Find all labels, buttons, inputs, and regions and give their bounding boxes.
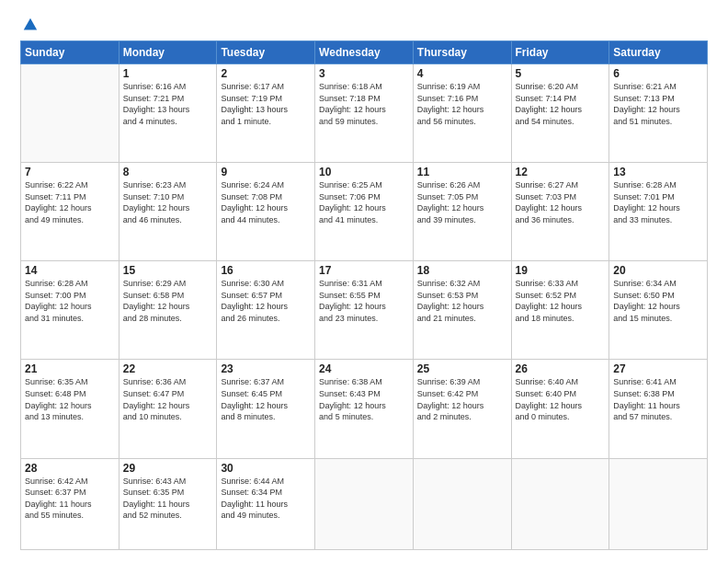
- day-info: Sunrise: 6:30 AM Sunset: 6:57 PM Dayligh…: [221, 278, 311, 324]
- day-number: 10: [319, 166, 409, 178]
- day-info: Sunrise: 6:28 AM Sunset: 7:01 PM Dayligh…: [613, 179, 703, 225]
- logo: [20, 17, 39, 33]
- day-cell: 21Sunrise: 6:35 AM Sunset: 6:48 PM Dayli…: [21, 360, 119, 458]
- svg-marker-0: [24, 18, 37, 30]
- day-info: Sunrise: 6:37 AM Sunset: 6:45 PM Dayligh…: [221, 376, 311, 422]
- day-number: 24: [319, 362, 409, 375]
- day-number: 29: [123, 462, 213, 475]
- day-cell: 7Sunrise: 6:22 AM Sunset: 7:11 PM Daylig…: [21, 163, 119, 261]
- day-number: 2: [221, 67, 311, 80]
- day-cell: 15Sunrise: 6:29 AM Sunset: 6:58 PM Dayli…: [119, 261, 217, 360]
- day-info: Sunrise: 6:36 AM Sunset: 6:47 PM Dayligh…: [123, 376, 213, 422]
- logo-icon: [22, 17, 39, 33]
- day-info: Sunrise: 6:16 AM Sunset: 7:21 PM Dayligh…: [123, 81, 213, 127]
- day-number: 12: [516, 166, 606, 178]
- day-cell: 12Sunrise: 6:27 AM Sunset: 7:03 PM Dayli…: [511, 163, 609, 261]
- day-cell: 24Sunrise: 6:38 AM Sunset: 6:43 PM Dayli…: [315, 360, 414, 458]
- day-number: 23: [221, 362, 311, 375]
- day-number: 18: [417, 264, 507, 277]
- weekday-header-thursday: Thursday: [413, 41, 511, 64]
- day-number: 6: [613, 67, 703, 80]
- day-cell: 10Sunrise: 6:25 AM Sunset: 7:06 PM Dayli…: [315, 163, 414, 261]
- day-number: 26: [516, 362, 606, 375]
- day-info: Sunrise: 6:33 AM Sunset: 6:52 PM Dayligh…: [516, 278, 606, 324]
- day-cell: 18Sunrise: 6:32 AM Sunset: 6:53 PM Dayli…: [413, 261, 511, 360]
- day-cell: 29Sunrise: 6:43 AM Sunset: 6:35 PM Dayli…: [119, 458, 217, 549]
- weekday-header-friday: Friday: [511, 41, 609, 64]
- day-info: Sunrise: 6:31 AM Sunset: 6:55 PM Dayligh…: [319, 278, 409, 324]
- week-row-3: 14Sunrise: 6:28 AM Sunset: 7:00 PM Dayli…: [21, 261, 708, 360]
- day-cell: [21, 64, 119, 163]
- day-number: 11: [417, 166, 507, 178]
- day-info: Sunrise: 6:24 AM Sunset: 7:08 PM Dayligh…: [221, 179, 311, 225]
- day-info: Sunrise: 6:19 AM Sunset: 7:16 PM Dayligh…: [417, 81, 507, 127]
- day-cell: 20Sunrise: 6:34 AM Sunset: 6:50 PM Dayli…: [609, 261, 708, 360]
- day-cell: 5Sunrise: 6:20 AM Sunset: 7:14 PM Daylig…: [511, 64, 609, 163]
- day-cell: 4Sunrise: 6:19 AM Sunset: 7:16 PM Daylig…: [413, 64, 511, 163]
- day-number: 7: [25, 166, 115, 178]
- day-number: 3: [319, 67, 409, 80]
- day-info: Sunrise: 6:26 AM Sunset: 7:05 PM Dayligh…: [417, 179, 507, 225]
- day-cell: 8Sunrise: 6:23 AM Sunset: 7:10 PM Daylig…: [119, 163, 217, 261]
- day-number: 25: [417, 362, 507, 375]
- day-cell: [413, 458, 511, 549]
- day-info: Sunrise: 6:42 AM Sunset: 6:37 PM Dayligh…: [25, 476, 115, 522]
- day-info: Sunrise: 6:18 AM Sunset: 7:18 PM Dayligh…: [319, 81, 409, 127]
- day-number: 5: [516, 67, 606, 80]
- day-number: 1: [123, 67, 213, 80]
- day-cell: 26Sunrise: 6:40 AM Sunset: 6:40 PM Dayli…: [511, 360, 609, 458]
- day-number: 27: [613, 362, 703, 375]
- day-number: 20: [613, 264, 703, 277]
- day-cell: 27Sunrise: 6:41 AM Sunset: 6:38 PM Dayli…: [609, 360, 708, 458]
- day-info: Sunrise: 6:17 AM Sunset: 7:19 PM Dayligh…: [221, 81, 311, 127]
- day-cell: 6Sunrise: 6:21 AM Sunset: 7:13 PM Daylig…: [609, 64, 708, 163]
- day-cell: [511, 458, 609, 549]
- day-cell: 25Sunrise: 6:39 AM Sunset: 6:42 PM Dayli…: [413, 360, 511, 458]
- weekday-header-wednesday: Wednesday: [315, 41, 414, 64]
- day-cell: 9Sunrise: 6:24 AM Sunset: 7:08 PM Daylig…: [217, 163, 315, 261]
- day-info: Sunrise: 6:43 AM Sunset: 6:35 PM Dayligh…: [123, 476, 213, 522]
- week-row-1: 1Sunrise: 6:16 AM Sunset: 7:21 PM Daylig…: [21, 64, 708, 163]
- day-number: 21: [25, 362, 115, 375]
- day-cell: 16Sunrise: 6:30 AM Sunset: 6:57 PM Dayli…: [217, 261, 315, 360]
- day-cell: 2Sunrise: 6:17 AM Sunset: 7:19 PM Daylig…: [217, 64, 315, 163]
- weekday-header-sunday: Sunday: [21, 41, 119, 64]
- page: SundayMondayTuesdayWednesdayThursdayFrid…: [0, 0, 728, 563]
- day-info: Sunrise: 6:34 AM Sunset: 6:50 PM Dayligh…: [613, 278, 703, 324]
- day-info: Sunrise: 6:39 AM Sunset: 6:42 PM Dayligh…: [417, 376, 507, 422]
- day-number: 15: [123, 264, 213, 277]
- day-info: Sunrise: 6:22 AM Sunset: 7:11 PM Dayligh…: [25, 179, 115, 225]
- day-info: Sunrise: 6:23 AM Sunset: 7:10 PM Dayligh…: [123, 179, 213, 225]
- day-info: Sunrise: 6:38 AM Sunset: 6:43 PM Dayligh…: [319, 376, 409, 422]
- weekday-header-row: SundayMondayTuesdayWednesdayThursdayFrid…: [21, 41, 708, 64]
- day-cell: 28Sunrise: 6:42 AM Sunset: 6:37 PM Dayli…: [21, 458, 119, 549]
- day-number: 9: [221, 166, 311, 178]
- header: [20, 17, 708, 33]
- day-number: 14: [25, 264, 115, 277]
- day-info: Sunrise: 6:32 AM Sunset: 6:53 PM Dayligh…: [417, 278, 507, 324]
- day-info: Sunrise: 6:29 AM Sunset: 6:58 PM Dayligh…: [123, 278, 213, 324]
- day-info: Sunrise: 6:41 AM Sunset: 6:38 PM Dayligh…: [613, 376, 703, 422]
- day-number: 17: [319, 264, 409, 277]
- day-cell: 14Sunrise: 6:28 AM Sunset: 7:00 PM Dayli…: [21, 261, 119, 360]
- day-cell: 1Sunrise: 6:16 AM Sunset: 7:21 PM Daylig…: [119, 64, 217, 163]
- day-cell: 11Sunrise: 6:26 AM Sunset: 7:05 PM Dayli…: [413, 163, 511, 261]
- day-cell: 17Sunrise: 6:31 AM Sunset: 6:55 PM Dayli…: [315, 261, 414, 360]
- day-info: Sunrise: 6:21 AM Sunset: 7:13 PM Dayligh…: [613, 81, 703, 127]
- day-cell: 19Sunrise: 6:33 AM Sunset: 6:52 PM Dayli…: [511, 261, 609, 360]
- day-cell: 3Sunrise: 6:18 AM Sunset: 7:18 PM Daylig…: [315, 64, 414, 163]
- day-info: Sunrise: 6:44 AM Sunset: 6:34 PM Dayligh…: [221, 476, 311, 522]
- day-cell: 30Sunrise: 6:44 AM Sunset: 6:34 PM Dayli…: [217, 458, 315, 549]
- day-number: 13: [613, 166, 703, 178]
- weekday-header-monday: Monday: [119, 41, 217, 64]
- day-info: Sunrise: 6:35 AM Sunset: 6:48 PM Dayligh…: [25, 376, 115, 422]
- day-number: 30: [221, 462, 311, 475]
- day-info: Sunrise: 6:25 AM Sunset: 7:06 PM Dayligh…: [319, 179, 409, 225]
- week-row-4: 21Sunrise: 6:35 AM Sunset: 6:48 PM Dayli…: [21, 360, 708, 458]
- day-cell: 13Sunrise: 6:28 AM Sunset: 7:01 PM Dayli…: [609, 163, 708, 261]
- calendar-table: SundayMondayTuesdayWednesdayThursdayFrid…: [20, 40, 708, 550]
- day-number: 28: [25, 462, 115, 475]
- day-cell: [315, 458, 414, 549]
- day-info: Sunrise: 6:20 AM Sunset: 7:14 PM Dayligh…: [516, 81, 606, 127]
- day-number: 16: [221, 264, 311, 277]
